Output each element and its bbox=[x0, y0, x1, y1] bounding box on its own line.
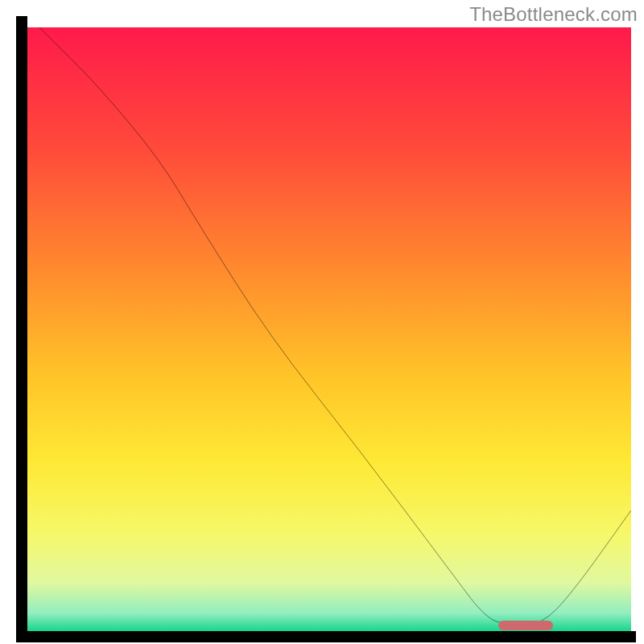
watermark-text: TheBottleneck.com bbox=[469, 3, 638, 26]
optimal-zone-marker bbox=[498, 621, 553, 630]
y-axis bbox=[16, 16, 27, 642]
plot-area bbox=[27, 27, 631, 631]
x-axis bbox=[16, 631, 636, 642]
bottleneck-chart: TheBottleneck.com bbox=[0, 0, 644, 644]
bottleneck-curve bbox=[27, 27, 631, 631]
